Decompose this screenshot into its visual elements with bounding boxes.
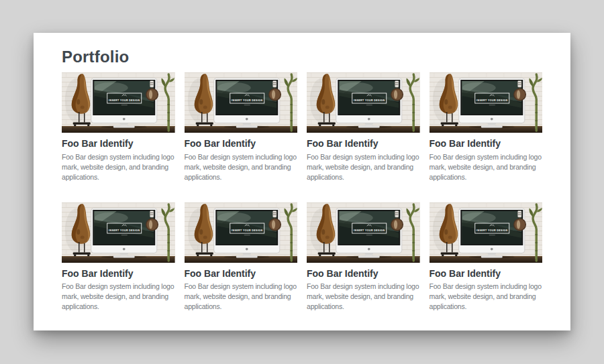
portfolio-thumbnail[interactable] (62, 202, 175, 263)
portfolio-card: Foo Bar Identify Foo Bar design system i… (430, 202, 543, 312)
portfolio-item-title: Foo Bar Identify (430, 268, 543, 280)
portfolio-item-description: Foo Bar design system including logo mar… (307, 152, 420, 182)
portfolio-item-title: Foo Bar Identify (430, 138, 543, 149)
portfolio-page: Portfolio Foo Bar Identify Foo Bar desig… (34, 33, 570, 330)
portfolio-item-description: Foo Bar design system including logo mar… (430, 282, 543, 312)
portfolio-thumbnail[interactable] (185, 202, 298, 263)
portfolio-card: Foo Bar Identify Foo Bar design system i… (307, 72, 420, 182)
portfolio-card: Foo Bar Identify Foo Bar design system i… (307, 202, 420, 312)
portfolio-card: Foo Bar Identify Foo Bar design system i… (62, 202, 175, 312)
portfolio-item-description: Foo Bar design system including logo mar… (185, 282, 298, 312)
portfolio-item-title: Foo Bar Identify (307, 268, 420, 280)
portfolio-item-description: Foo Bar design system including logo mar… (185, 152, 298, 182)
portfolio-item-title: Foo Bar Identify (185, 138, 298, 149)
portfolio-thumbnail[interactable] (307, 202, 420, 263)
portfolio-card: Foo Bar Identify Foo Bar design system i… (185, 72, 298, 182)
portfolio-item-description: Foo Bar design system including logo mar… (62, 152, 175, 182)
portfolio-item-title: Foo Bar Identify (307, 138, 420, 149)
portfolio-card: Foo Bar Identify Foo Bar design system i… (185, 202, 298, 312)
portfolio-item-title: Foo Bar Identify (62, 268, 175, 280)
portfolio-item-description: Foo Bar design system including logo mar… (430, 152, 543, 182)
page-title: Portfolio (62, 48, 542, 67)
portfolio-item-title: Foo Bar Identify (62, 138, 175, 149)
portfolio-thumbnail[interactable] (307, 72, 420, 133)
portfolio-thumbnail[interactable] (430, 72, 543, 133)
portfolio-card: Foo Bar Identify Foo Bar design system i… (62, 72, 175, 182)
portfolio-item-title: Foo Bar Identify (185, 268, 298, 280)
portfolio-card: Foo Bar Identify Foo Bar design system i… (430, 72, 543, 182)
portfolio-grid: Foo Bar Identify Foo Bar design system i… (62, 72, 542, 312)
portfolio-thumbnail[interactable] (185, 72, 298, 133)
portfolio-item-description: Foo Bar design system including logo mar… (307, 282, 420, 312)
portfolio-item-description: Foo Bar design system including logo mar… (62, 282, 175, 312)
portfolio-thumbnail[interactable] (430, 202, 543, 263)
portfolio-thumbnail[interactable] (62, 72, 175, 133)
